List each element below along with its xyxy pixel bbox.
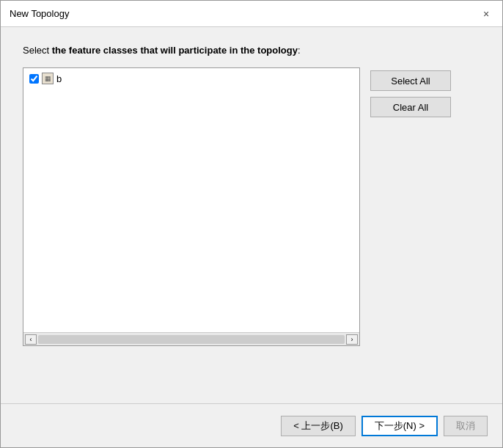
next-button[interactable]: 下一步(N) > — [361, 416, 438, 436]
main-content: ▦ b ‹ › Select All Clear — [23, 67, 480, 392]
new-topology-dialog: New Topology × Select the feature classe… — [0, 0, 503, 448]
scroll-left-arrow[interactable]: ‹ — [25, 334, 37, 345]
clear-all-button[interactable]: Clear All — [370, 97, 451, 117]
back-button[interactable]: < 上一步(B) — [281, 416, 356, 436]
item-checkbox[interactable] — [29, 74, 39, 84]
close-button[interactable]: × — [479, 7, 493, 21]
dialog-body: Select the feature classes that will par… — [1, 27, 502, 403]
instruction-text: Select the feature classes that will par… — [23, 45, 480, 56]
feature-class-list: ▦ b — [23, 68, 359, 332]
dialog-title: New Topology — [10, 8, 69, 19]
scroll-track[interactable] — [38, 335, 345, 344]
item-icon: ▦ — [42, 73, 54, 84]
feature-class-list-container: ▦ b ‹ › — [23, 67, 360, 346]
instruction-prefix: Select — [23, 45, 52, 56]
cancel-button[interactable]: 取消 — [444, 416, 488, 436]
item-label: b — [56, 73, 62, 84]
scroll-right-arrow[interactable]: › — [346, 334, 358, 345]
list-item: ▦ b — [28, 71, 355, 86]
horizontal-scrollbar: ‹ › — [23, 332, 359, 345]
dialog-footer: < 上一步(B) 下一步(N) > 取消 — [1, 403, 502, 447]
left-arrow-icon: ‹ — [30, 336, 32, 343]
select-all-button[interactable]: Select All — [370, 70, 451, 91]
title-bar: New Topology × — [1, 1, 502, 27]
right-arrow-icon: › — [351, 336, 353, 343]
instruction-suffix: : — [298, 45, 301, 56]
instruction-bold: the feature classes that will participat… — [52, 45, 298, 56]
side-buttons: Select All Clear All — [370, 67, 451, 392]
